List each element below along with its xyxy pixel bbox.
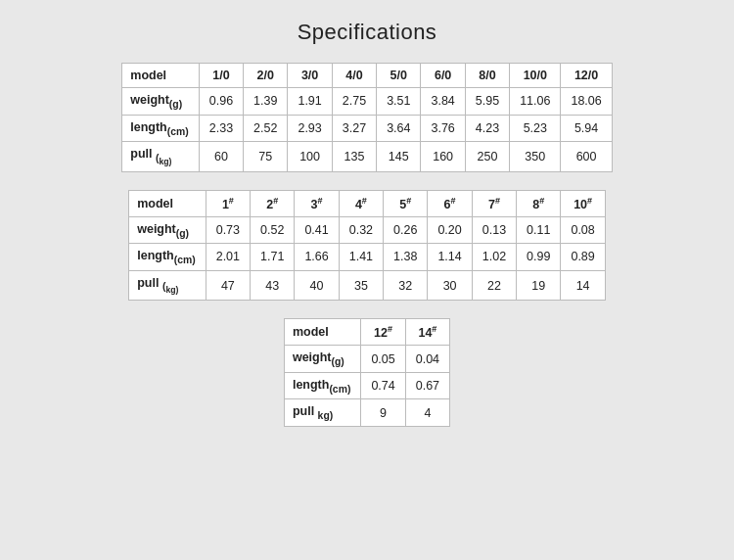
- table-cell: 3.76: [421, 115, 465, 142]
- table-row-label: length(cm): [129, 244, 206, 271]
- table-cell: 0.32: [339, 216, 383, 244]
- table-cell: 160: [421, 142, 465, 172]
- table-row-label: pull (kg): [122, 142, 199, 172]
- table-header-cell: 6#: [428, 190, 472, 216]
- table-cell: 1.71: [251, 244, 295, 271]
- table-row-label: length(cm): [284, 372, 360, 399]
- table-cell: 4.23: [465, 115, 509, 142]
- table-cell: 0.73: [206, 216, 250, 244]
- table-cell: 0.99: [517, 244, 561, 271]
- table-header-cell: 5/0: [377, 64, 421, 88]
- table-cell: 3.27: [332, 115, 376, 142]
- table-cell: 0.26: [384, 216, 428, 244]
- table-cell: 0.52: [251, 216, 295, 244]
- table-cell: 1.02: [472, 244, 516, 271]
- table-header-cell: 7#: [472, 190, 516, 216]
- table-row-label: length(cm): [122, 115, 199, 142]
- table-cell: 3.84: [421, 88, 465, 116]
- table-cell: 43: [251, 270, 295, 301]
- table-cell: 0.11: [517, 216, 561, 244]
- table-header-cell: 4/0: [332, 64, 376, 88]
- table-header-cell: 3#: [295, 190, 339, 216]
- table-cell: 4: [405, 399, 449, 427]
- table-header-cell: 10/0: [510, 64, 561, 88]
- table-cell: 2.01: [206, 244, 250, 271]
- table-cell: 18.06: [561, 88, 612, 116]
- table-cell: 0.41: [295, 216, 339, 244]
- table-header-cell: 8/0: [465, 64, 509, 88]
- table-header-cell: 4#: [339, 190, 383, 216]
- spec-table-3: model12#14#weight(g)0.050.04length(cm)0.…: [284, 318, 450, 427]
- table-header-cell: 8#: [517, 190, 561, 216]
- table-cell: 9: [361, 399, 405, 427]
- table-cell: 0.89: [561, 244, 605, 271]
- table-row-label: weight(g): [284, 346, 360, 373]
- table-header-cell: 6/0: [421, 64, 465, 88]
- table-cell: 100: [288, 142, 332, 172]
- table-cell: 1.14: [428, 244, 472, 271]
- table-cell: 40: [295, 270, 339, 301]
- table-cell: 5.94: [561, 115, 612, 142]
- table-cell: 3.64: [377, 115, 421, 142]
- page-title: Specifications: [298, 20, 437, 45]
- spec-table-2: model1#2#3#4#5#6#7#8#10#weight(g)0.730.5…: [128, 190, 606, 302]
- table-cell: 3.51: [377, 88, 421, 116]
- table-header-cell: 12/0: [561, 64, 612, 88]
- table-cell: 32: [384, 270, 428, 301]
- spec-table-1: model1/02/03/04/05/06/08/010/012/0weight…: [121, 63, 612, 172]
- table-cell: 1.41: [339, 244, 383, 271]
- table-row-label: pull kg): [284, 399, 360, 427]
- table-cell: 0.67: [405, 372, 449, 399]
- table-cell: 5.23: [510, 115, 561, 142]
- table-cell: 0.20: [428, 216, 472, 244]
- table-header-cell: 2#: [251, 190, 295, 216]
- table-cell: 600: [561, 142, 612, 172]
- table-header-cell: 3/0: [288, 64, 332, 88]
- table-cell: 47: [206, 270, 250, 301]
- table-header-cell: model: [129, 190, 206, 216]
- table-cell: 2.52: [244, 115, 288, 142]
- table-header-cell: 12#: [361, 319, 405, 346]
- table-header-cell: model: [284, 319, 360, 346]
- table-cell: 2.93: [288, 115, 332, 142]
- table-cell: 2.75: [332, 88, 376, 116]
- table-cell: 75: [244, 142, 288, 172]
- table-header-cell: 2/0: [244, 64, 288, 88]
- table-cell: 0.08: [561, 216, 605, 244]
- table-cell: 1.66: [295, 244, 339, 271]
- table-cell: 14: [561, 270, 605, 301]
- table-row-label: weight(g): [129, 216, 206, 244]
- table-cell: 1.91: [288, 88, 332, 116]
- table-cell: 35: [339, 270, 383, 301]
- table-cell: 0.96: [199, 88, 243, 116]
- table-cell: 0.04: [405, 346, 449, 373]
- table-cell: 135: [332, 142, 376, 172]
- table-row-label: pull (kg): [129, 270, 206, 301]
- table-header-cell: 1#: [206, 190, 250, 216]
- table-cell: 30: [428, 270, 472, 301]
- table-cell: 145: [377, 142, 421, 172]
- table-header-cell: 14#: [405, 319, 449, 346]
- table-header-cell: 10#: [561, 190, 605, 216]
- table-row-label: weight(g): [122, 88, 199, 116]
- table-cell: 19: [517, 270, 561, 301]
- table-cell: 250: [465, 142, 509, 172]
- table-cell: 5.95: [465, 88, 509, 116]
- table-header-cell: 1/0: [199, 64, 243, 88]
- table-cell: 1.39: [244, 88, 288, 116]
- table-cell: 0.13: [472, 216, 516, 244]
- table-cell: 350: [510, 142, 561, 172]
- table-cell: 22: [472, 270, 516, 301]
- table-cell: 2.33: [199, 115, 243, 142]
- table-cell: 0.74: [361, 372, 405, 399]
- table-cell: 11.06: [510, 88, 561, 116]
- table-header-cell: model: [122, 64, 199, 88]
- table-cell: 60: [199, 142, 243, 172]
- table-cell: 0.05: [361, 346, 405, 373]
- table-cell: 1.38: [384, 244, 428, 271]
- table-header-cell: 5#: [384, 190, 428, 216]
